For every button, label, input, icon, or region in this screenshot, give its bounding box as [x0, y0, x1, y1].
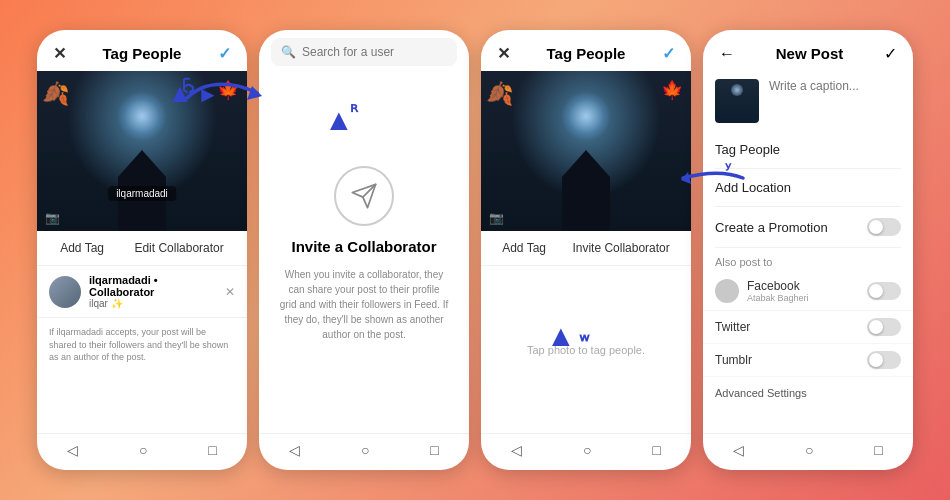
add-location-setting[interactable]: Add Location: [715, 169, 901, 207]
nav-back-icon[interactable]: ◁: [67, 442, 78, 458]
add-location-label: Add Location: [715, 180, 791, 195]
tumblr-name: Tumblr: [715, 353, 752, 367]
nav-square-icon-4[interactable]: □: [874, 442, 882, 458]
leaves2-decoration: 🍁: [217, 79, 239, 101]
add-tag-button[interactable]: Add Tag: [60, 241, 104, 255]
promotion-toggle[interactable]: [867, 218, 901, 236]
collaborator-avatar: [49, 276, 81, 308]
facebook-toggle[interactable]: [867, 282, 901, 300]
action-row: Add Tag Edit Collaborator: [37, 231, 247, 266]
phone-nav-3: ◁ ○ □: [481, 433, 691, 470]
check-icon-3[interactable]: ✓: [662, 44, 675, 63]
nav-square-icon[interactable]: □: [208, 442, 216, 458]
card1-header: ✕ Tag People ✓: [37, 30, 247, 71]
settings-list: Tag People Add Location Create a Promoti…: [703, 131, 913, 248]
tumblr-row: Tumblr: [703, 344, 913, 377]
add-tag-button-3[interactable]: Add Tag: [502, 241, 546, 255]
back-icon[interactable]: ←: [719, 45, 735, 63]
action-row-3: Add Tag Invite Collaborator: [481, 231, 691, 266]
tag-people-setting[interactable]: Tag People: [715, 131, 901, 169]
invite-collaborator-button[interactable]: Invite Collaborator: [572, 241, 669, 255]
card3-title: Tag People: [547, 45, 626, 62]
facebook-sub: Atabak Bagheri: [747, 293, 809, 303]
nav-home-icon[interactable]: ○: [139, 442, 147, 458]
facebook-text: Facebook Atabak Bagheri: [747, 279, 809, 303]
nav-back-icon-4[interactable]: ◁: [733, 442, 744, 458]
facebook-row: Facebook Atabak Bagheri: [703, 272, 913, 311]
nav-square-icon-2[interactable]: □: [430, 442, 438, 458]
collaborator-name: ilqarmadadi • Collaborator: [89, 274, 217, 298]
twitter-toggle[interactable]: [867, 318, 901, 336]
invite-description: When you invite a collaborator, they can…: [279, 267, 449, 342]
twitter-name: Twitter: [715, 320, 750, 334]
camera-icon-3: 📷: [489, 211, 504, 225]
close-icon-3[interactable]: ✕: [497, 44, 510, 63]
caption-input[interactable]: [769, 79, 901, 121]
close-icon[interactable]: ✕: [53, 44, 66, 63]
phone-nav-4: ◁ ○ □: [703, 433, 913, 470]
nav-back-icon-2[interactable]: ◁: [289, 442, 300, 458]
card1-title: Tag People: [103, 45, 182, 62]
phone-card-1: ✕ Tag People ✓ 🍂 🍁 ilqarmadadi 📷 Add Tag…: [37, 30, 247, 470]
check-icon[interactable]: ✓: [218, 44, 231, 63]
new-post-header: ← New Post ✓: [703, 30, 913, 71]
invite-title: Invite a Collaborator: [291, 238, 436, 255]
collaborator-handle: ilqar ✨: [89, 298, 217, 309]
facebook-name: Facebook: [747, 279, 809, 293]
nav-back-icon-3[interactable]: ◁: [511, 442, 522, 458]
phone-card-2: 🔍 Invite a Collaborator When you invite …: [259, 30, 469, 470]
new-post-image-row: [703, 71, 913, 131]
new-post-title: New Post: [776, 45, 844, 62]
collaborator-description: If ilqarmadadi accepts, your post will b…: [37, 318, 247, 372]
create-promotion-setting[interactable]: Create a Promotion: [715, 207, 901, 248]
tumblr-toggle[interactable]: [867, 351, 901, 369]
post-image-3[interactable]: 🍂 🍁 📷: [481, 71, 691, 231]
collaborator-info: ilqarmadadi • Collaborator ilqar ✨ ✕: [37, 266, 247, 318]
leaves-decoration-3: 🍂: [486, 81, 513, 107]
post-thumbnail: [715, 79, 759, 123]
camera-icon: 📷: [45, 211, 60, 225]
search-bar[interactable]: 🔍: [271, 38, 457, 66]
facebook-info: Facebook Atabak Bagheri: [715, 279, 809, 303]
search-input[interactable]: [302, 45, 447, 59]
leaves-decoration: 🍂: [42, 81, 69, 107]
phone-card-3: ✕ Tag People ✓ 🍂 🍁 📷 Add Tag Invite Coll…: [481, 30, 691, 470]
collaborator-close-icon[interactable]: ✕: [225, 285, 235, 299]
collaborator-text: ilqarmadadi • Collaborator ilqar ✨: [89, 274, 217, 309]
twitter-text: Twitter: [715, 320, 750, 334]
phone-nav-2: ◁ ○ □: [259, 433, 469, 470]
tumblr-text: Tumblr: [715, 353, 752, 367]
search-icon: 🔍: [281, 45, 296, 59]
phone-nav-1: ◁ ○ □: [37, 433, 247, 470]
tag-people-label: Tag People: [715, 142, 780, 157]
advanced-settings[interactable]: Advanced Settings: [703, 377, 913, 409]
tumblr-info: Tumblr: [715, 353, 752, 367]
also-post-label: Also post to: [703, 248, 913, 272]
tap-hint: Tap photo to tag people.: [527, 344, 645, 356]
twitter-row: Twitter: [703, 311, 913, 344]
nav-home-icon-3[interactable]: ○: [583, 442, 591, 458]
twitter-info: Twitter: [715, 320, 750, 334]
new-post-check-icon[interactable]: ✓: [884, 44, 897, 63]
post-image[interactable]: 🍂 🍁 ilqarmadadi 📷: [37, 71, 247, 231]
create-promotion-label: Create a Promotion: [715, 220, 828, 235]
edit-collaborator-button[interactable]: Edit Collaborator: [134, 241, 223, 255]
phone-card-4: ← New Post ✓ Tag People Add Location Cre…: [703, 30, 913, 470]
tag-label: ilqarmadadi: [108, 186, 176, 201]
nav-home-icon-4[interactable]: ○: [805, 442, 813, 458]
invite-area: Invite a Collaborator When you invite a …: [259, 74, 469, 433]
leaves2-decoration-3: 🍁: [661, 79, 683, 101]
nav-square-icon-3[interactable]: □: [652, 442, 660, 458]
invite-icon: [334, 166, 394, 226]
card3-header: ✕ Tag People ✓: [481, 30, 691, 71]
nav-home-icon-2[interactable]: ○: [361, 442, 369, 458]
facebook-avatar: [715, 279, 739, 303]
